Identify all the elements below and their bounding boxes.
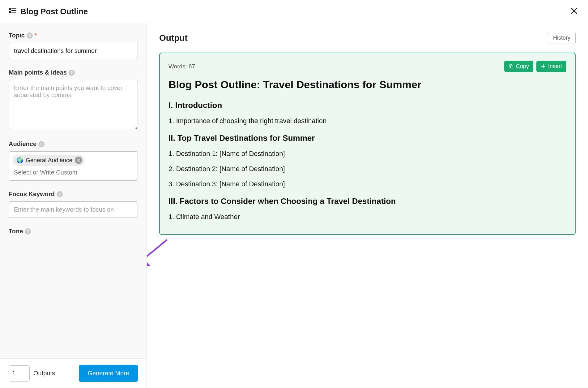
outline-icon [9, 7, 17, 16]
result-title: Blog Post Outline: Travel Destinations f… [168, 78, 566, 92]
globe-emoji-icon: 🌍 [16, 157, 23, 164]
section-item: 1. Importance of choosing the right trav… [168, 116, 566, 126]
help-icon[interactable]: ? [57, 191, 63, 197]
output-heading: Output [159, 33, 188, 43]
focus-keyword-field: Focus Keyword ? [9, 191, 138, 218]
topic-field: Topic ? * [9, 32, 138, 59]
history-button[interactable]: History [548, 32, 576, 44]
generate-more-button[interactable]: Generate More [79, 365, 138, 382]
help-icon[interactable]: ? [38, 141, 45, 147]
svg-line-12 [147, 240, 167, 261]
topic-label: Topic ? * [9, 32, 138, 39]
sidebar-footer: Outputs Generate More [0, 358, 147, 388]
app-root: Blog Post Outline Topic ? * [0, 0, 588, 388]
topic-input[interactable] [9, 43, 138, 59]
audience-chip-label: General Audience [26, 157, 72, 164]
output-pane: Output History Words: 87 Copy Insert [147, 23, 588, 388]
copy-button[interactable]: Copy [504, 61, 533, 72]
copy-label: Copy [516, 63, 529, 70]
input-sidebar: Topic ? * Main points & ideas ? Audi [0, 23, 147, 388]
main-content: Topic ? * Main points & ideas ? Audi [0, 23, 588, 388]
topic-label-text: Topic [9, 32, 25, 39]
main-points-field: Main points & ideas ? [9, 69, 138, 131]
section-item: 1. Destination 1: [Name of Destination] [168, 149, 566, 159]
app-header: Blog Post Outline [0, 0, 588, 23]
section-item: 3. Destination 3: [Name of Destination] [168, 179, 566, 189]
header-left: Blog Post Outline [9, 7, 88, 16]
audience-input[interactable]: 🌍 General Audience Select or Write Custo… [9, 151, 138, 181]
audience-field: Audience ? 🌍 General Audience Select or … [9, 140, 138, 181]
section-heading: II. Top Travel Destinations for Summer [168, 133, 566, 143]
chip-remove-button[interactable] [75, 157, 82, 164]
result-card: Words: 87 Copy Insert Blog Post Outline:… [159, 53, 576, 235]
tone-field: Tone ? [9, 228, 138, 235]
help-icon[interactable]: ? [69, 70, 75, 76]
outputs-label: Outputs [33, 370, 55, 377]
section-heading: I. Introduction [168, 101, 566, 110]
close-button[interactable] [569, 6, 579, 17]
section-item: 1. Climate and Weather [168, 212, 566, 222]
tone-label-text: Tone [9, 228, 23, 235]
section-item: 2. Destination 2: [Name of Destination] [168, 164, 566, 174]
word-count: Words: 87 [168, 63, 195, 70]
focus-keyword-input[interactable] [9, 201, 138, 218]
plus-icon [541, 64, 546, 69]
focus-keyword-label-text: Focus Keyword [9, 191, 55, 198]
outputs-group: Outputs [9, 365, 55, 382]
result-top-bar: Words: 87 Copy Insert [168, 61, 566, 72]
required-indicator: * [35, 32, 37, 39]
outputs-count-input[interactable] [9, 365, 30, 382]
help-icon[interactable]: ? [27, 32, 33, 39]
svg-rect-9 [510, 66, 513, 68]
main-points-label: Main points & ideas ? [9, 69, 138, 76]
svg-rect-0 [9, 8, 11, 9]
sidebar-scroll[interactable]: Topic ? * Main points & ideas ? Audi [0, 23, 147, 358]
main-points-input[interactable] [9, 80, 138, 129]
arrow-annotation-icon [147, 237, 170, 268]
result-actions: Copy Insert [504, 61, 566, 72]
audience-label: Audience ? [9, 140, 138, 148]
audience-label-text: Audience [9, 140, 36, 148]
main-points-label-text: Main points & ideas [9, 69, 67, 76]
insert-label: Insert [548, 63, 562, 70]
focus-keyword-label: Focus Keyword ? [9, 191, 138, 198]
page-title: Blog Post Outline [20, 7, 88, 16]
copy-icon [509, 64, 514, 69]
output-header: Output History [159, 32, 576, 44]
tone-label: Tone ? [9, 228, 138, 235]
section-heading: III. Factors to Consider when Choosing a… [168, 196, 566, 206]
svg-rect-2 [9, 11, 11, 13]
insert-button[interactable]: Insert [536, 61, 566, 72]
help-icon[interactable]: ? [25, 228, 31, 235]
audience-placeholder: Select or Write Custom [13, 169, 134, 176]
audience-chip: 🌍 General Audience [13, 155, 85, 166]
